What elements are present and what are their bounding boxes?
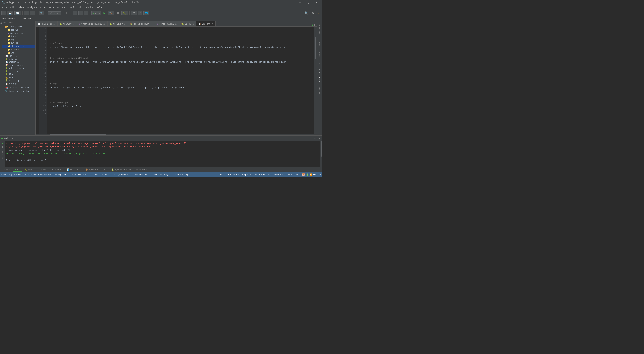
run-scrollbar-thumb[interactable] <box>321 141 322 157</box>
menu-refactor[interactable]: Refactor <box>47 6 60 9</box>
sidebar-collapse-btn[interactable]: ⊟ <box>12 22 12 24</box>
run-panel-stop-btn[interactable]: ⏹ <box>1 145 4 148</box>
sidebar-item-scratches[interactable]: ▸ 📎 Scratches and Cons <box>2 89 36 93</box>
status-indent[interactable]: 4 spaces <box>242 173 251 176</box>
status-line-ending[interactable]: CRLF <box>226 173 232 176</box>
sidebar-item-config[interactable]: ▾ 📁 config <box>2 28 36 32</box>
tab-tools-py[interactable]: 🐍 tools.py ✕ <box>108 21 128 26</box>
branch-selector[interactable]: ⎇ main ▾ <box>48 12 61 15</box>
tab-tools-py-close[interactable]: ✕ <box>124 23 126 25</box>
menu-tools[interactable]: Tools <box>68 6 77 9</box>
search-btn[interactable]: 🔍 <box>303 11 310 16</box>
close-button[interactable]: ✕ <box>313 0 321 5</box>
status-position[interactable]: 16:5 <box>220 173 224 176</box>
status-event-log[interactable]: Event Log <box>288 173 298 176</box>
editor-scrollbar[interactable] <box>314 27 317 134</box>
right-tab-structure[interactable]: Structure <box>318 36 321 49</box>
right-tab-bookmarks[interactable]: Bookmarks <box>318 23 321 35</box>
sidebar-item-split-data[interactable]: 🐍 split_data.py <box>2 67 36 70</box>
status-python[interactable]: Python 3.8 <box>273 173 286 176</box>
run-panel-softswrap-btn[interactable]: ↵ <box>2 160 3 163</box>
bottom-tab-terminal[interactable]: ⌨ Terminal <box>134 168 150 171</box>
sidebar-item-ultralytics[interactable]: ▾ 📁 ultralytics <box>2 45 36 48</box>
git-push-btn[interactable]: ↑ <box>84 11 88 16</box>
scrollbar-thumb[interactable] <box>315 37 316 59</box>
menu-run[interactable]: Run <box>61 6 68 9</box>
tab-split-data-close[interactable]: ✕ <box>150 23 153 25</box>
right-tab-sonarqube[interactable]: SonarQube <box>318 85 321 98</box>
menu-file[interactable]: File <box>1 6 8 9</box>
debug-button[interactable]: 🐛 <box>122 11 128 16</box>
undo-btn[interactable]: ↩ <box>138 11 142 16</box>
sidebar-item-ui-ui[interactable]: 📐 UI.ui <box>2 76 36 79</box>
bottom-tab-packages[interactable]: 📦 Python Packages <box>83 168 109 171</box>
horizontal-scrollbar[interactable] <box>36 134 317 135</box>
code-editor[interactable]: # yolov8s python ./train.py --epochs 300… <box>47 27 314 134</box>
sidebar-tab-project[interactable]: Project <box>3 22 11 24</box>
run-panel-clear-btn[interactable]: ✗ <box>2 154 3 156</box>
sidebar-item-icon[interactable]: ▸ 📁 icon <box>2 35 36 38</box>
run-config-selector[interactable]: ▶ main <box>92 11 101 16</box>
maximize-button[interactable]: □ <box>304 0 312 5</box>
menu-view[interactable]: View <box>17 6 25 9</box>
git-check-btn[interactable]: ✓ <box>73 11 78 16</box>
tab-readme-close[interactable]: ✕ <box>53 23 55 25</box>
tab-ui-py[interactable]: 🐍 UI.py ✕ <box>179 21 196 26</box>
sidebar-settings-btn[interactable]: ⚙ <box>33 22 34 24</box>
sidebar-item-main-py[interactable]: 🐍 main.py <box>2 58 36 61</box>
bottom-tab-git[interactable]: ⎇ Git <box>1 168 12 171</box>
project-view-btn[interactable]: ☰ <box>1 11 6 16</box>
git-accept-btn[interactable]: ✓ <box>78 11 83 16</box>
sidebar-item-configs-yaml[interactable]: ◆ configs.yaml <box>2 32 36 35</box>
menu-window[interactable]: Window <box>84 6 95 9</box>
collapse-editor-btn[interactable]: ▲ <box>314 23 315 26</box>
tab-training-notes[interactable]: 📋 训练记录 ✕ <box>196 21 216 26</box>
breadcrumb-folder[interactable]: ultralytics <box>18 18 31 20</box>
tab-configs-yaml-close[interactable]: ✕ <box>175 23 177 25</box>
settings-btn[interactable]: ⚙ <box>310 11 315 16</box>
sidebar-item-requirements[interactable]: 📝 requirements.txt <box>2 64 36 67</box>
sidebar-item-111xls[interactable]: 📊 111.xls <box>2 55 36 58</box>
sidebar-item-root[interactable]: ▾ 📂 code_yolov8 <box>2 25 36 28</box>
run-panel-settings-btn[interactable]: ⚙ <box>314 137 316 140</box>
bottom-tab-statistic[interactable]: 📊 Statistic <box>64 168 83 171</box>
tab-traffic-yaml-close[interactable]: ✕ <box>103 23 105 25</box>
menu-help[interactable]: Help <box>95 6 103 9</box>
minimize-button[interactable]: ─ <box>296 0 304 5</box>
run-panel-rerun-btn[interactable]: ▶ <box>2 142 3 144</box>
right-tab-tabinine[interactable]: Tabinine Chat <box>318 67 321 84</box>
search-everywhere-btn[interactable]: 🔍 <box>38 11 44 16</box>
status-notification[interactable]: Download pre-built shared indexes: Reduc… <box>1 174 189 176</box>
bottom-tab-debug[interactable]: 🐛 Debug <box>23 168 36 171</box>
tab-ui-py-close[interactable]: ✕ <box>192 23 194 25</box>
sidebar-item-weights[interactable]: ▸ 📁 weights <box>2 48 36 51</box>
run-output-scrollbar[interactable] <box>320 141 322 167</box>
sidebar-item-output[interactable]: ▸ 📁 output <box>2 41 36 45</box>
run-panel-filter-btn[interactable]: ⧖ <box>2 157 3 160</box>
menu-code[interactable]: Code <box>39 6 47 9</box>
sidebar-item-yaml[interactable]: ▸ 📁 YAML <box>2 51 36 55</box>
sidebar-item-ui-py[interactable]: 🐍 UI.py <box>2 73 36 76</box>
status-interpreter[interactable]: tobnine Starter <box>253 173 271 176</box>
sidebar-item-img[interactable]: ▸ 📁 img <box>2 38 36 41</box>
bottom-tab-run[interactable]: ▶ Run <box>13 168 22 172</box>
sidebar-item-voc2txt[interactable]: 🐍 VOC2txt.py <box>2 79 36 82</box>
sidebar-item-training-notes[interactable]: 📋 训练记录 <box>2 82 36 85</box>
tab-main-py[interactable]: 🐍 main.py ✕ <box>58 21 77 26</box>
breadcrumb-project[interactable]: code_yolov8 <box>1 18 14 20</box>
sidebar-item-readme[interactable]: 📄 README.md <box>2 61 36 64</box>
save-btn[interactable]: 💾 <box>7 11 14 16</box>
help-btn[interactable]: ? <box>316 11 321 16</box>
tab-configs-yaml[interactable]: ◆ configs.yaml ✕ <box>155 21 179 26</box>
tab-training-notes-close[interactable]: ✕ <box>211 23 213 25</box>
tab-readme[interactable]: 📄 README.md ✕ <box>36 21 58 26</box>
tab-main-py-close[interactable]: ✕ <box>72 23 75 25</box>
run-panel-scroll-top-btn[interactable]: ⇑ <box>2 150 3 153</box>
translate-btn[interactable]: 🌐 <box>144 11 149 16</box>
right-tab-notifications[interactable]: Notifications <box>318 49 321 66</box>
forward-btn[interactable]: → <box>30 11 35 16</box>
run-panel-tab-close[interactable]: ✕ <box>12 137 13 140</box>
bottom-tab-console[interactable]: 🐍 Python Console <box>109 168 134 171</box>
tab-traffic-yaml[interactable]: ◆ traffic_sign.yaml ✕ <box>77 21 108 26</box>
menu-navigate[interactable]: Navigate <box>26 6 39 9</box>
